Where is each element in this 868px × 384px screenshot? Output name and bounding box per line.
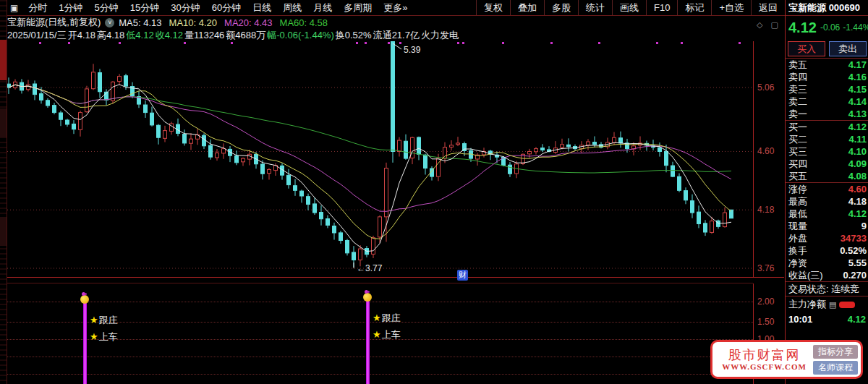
chevron-down-icon[interactable]: ˅ (105, 18, 114, 27)
menu-item-周线[interactable]: 周线 (277, 0, 307, 15)
quote-field: 火力发电 (421, 30, 459, 40)
menu-item-5分钟[interactable]: 5分钟 (89, 0, 124, 15)
menu-item-复权[interactable]: 复权 (476, 0, 510, 15)
menu-item-统计[interactable]: 统计 (578, 0, 612, 15)
quote-field: 额4688万 (226, 30, 265, 40)
indicator-badge[interactable]: 财 (457, 270, 468, 281)
book-level-label: 买三 (788, 145, 807, 158)
watermark-badges: 指标分享名师课程 (813, 345, 858, 375)
trading-app-window: ▣ 分时1分钟5分钟15分钟30分钟60分钟日线周线月线多周期更多» 复权叠加多… (0, 0, 868, 384)
stat-value: 0.52% (840, 244, 867, 257)
ma-value: MA60: 4.58 (280, 17, 328, 28)
quote-stat-row: 最高4.18 (786, 195, 868, 208)
stat-value: 5.55 (848, 257, 867, 269)
menu-item-30分钟[interactable]: 30分钟 (165, 0, 205, 15)
trade-status: 交易状态: 连续竞 (786, 282, 868, 296)
menu-item-60分钟[interactable]: 60分钟 (206, 0, 247, 15)
order-book-row[interactable]: 卖二4.14 (786, 95, 868, 108)
subchart-gridline (7, 302, 753, 302)
pane-control-icons[interactable]: ◇ ▢ (757, 20, 781, 30)
main-capital-row[interactable]: 主力净额 ▤ (786, 296, 868, 312)
stat-label: 换手 (788, 244, 807, 257)
stat-label: 最低 (788, 208, 807, 220)
menu-item-月线[interactable]: 月线 (307, 0, 338, 15)
tools-menu: 复权叠加多股统计画线F10标记+自选返回 (476, 0, 785, 15)
symbol-info-row: 宝新能源(日线,前复权) ˅ MA5: 4.13MA10: 4.20MA20: … (7, 17, 785, 28)
order-book-row[interactable]: 卖三4.15 (786, 83, 868, 95)
left-vertical-tab-strip[interactable] (0, 0, 7, 384)
signal-indicator-pane[interactable]: ★跟庄★上车★跟庄★上车 (7, 283, 754, 384)
ma-value: MA5: 4.13 (119, 17, 161, 28)
left-strip-tab[interactable] (0, 108, 7, 137)
menu-item-日线[interactable]: 日线 (247, 0, 277, 15)
book-level-price: 4.11 (848, 133, 867, 145)
book-level-price: 4.09 (848, 158, 867, 170)
book-level-price: 4.10 (848, 145, 867, 158)
quote-stat-row: 外盘34733 (786, 232, 868, 244)
menu-item-更多»[interactable]: 更多» (378, 0, 413, 15)
price-axis-label: 4.18 (757, 205, 783, 215)
menu-item-多周期[interactable]: 多周期 (338, 0, 378, 15)
stat-label: 外盘 (788, 232, 807, 244)
book-level-price: 4.12 (848, 121, 867, 133)
quote-field: 收4.12 (156, 30, 183, 40)
list-icon: ▤ (829, 296, 836, 312)
stat-value: 4.18 (848, 195, 867, 208)
stock-name-code[interactable]: 宝新能源 000690 (786, 0, 868, 15)
menu-item-1分钟[interactable]: 1分钟 (53, 0, 88, 15)
book-level-price: 4.08 (848, 170, 867, 182)
svg-text:5.39: 5.39 (404, 45, 421, 55)
order-book-row[interactable]: 卖一4.13 (786, 108, 868, 120)
quote-stat-row: 涨停4.60 (786, 183, 868, 195)
order-book-row[interactable]: 买二4.11 (786, 133, 868, 145)
order-book-row[interactable]: 买一4.12 (786, 121, 868, 133)
buy-button[interactable]: 买入 (788, 41, 825, 56)
menu-item-15分钟[interactable]: 15分钟 (124, 0, 165, 15)
menu-item-分时[interactable]: 分时 (22, 0, 53, 15)
ma-value: MA10: 4.20 (169, 17, 218, 28)
quote-field: 量113246 (184, 30, 224, 40)
quote-field: 低4.12 (126, 30, 153, 40)
left-strip-tab[interactable] (0, 217, 7, 246)
chart-divider-line (7, 277, 784, 278)
window-icon[interactable]: ▣ (7, 3, 22, 13)
signal-label: ★跟庄 (90, 314, 118, 327)
sell-button[interactable]: 卖出 (829, 41, 867, 56)
left-strip-active-tab[interactable] (0, 40, 7, 80)
menu-item-多股[interactable]: 多股 (544, 0, 578, 15)
menu-item-F10[interactable]: F10 (646, 0, 677, 15)
quote-stats: 涨停4.60最高4.18最低4.12现量9外盘34733换手0.52%净资5.5… (786, 183, 868, 281)
signal-bar (366, 300, 370, 384)
last-price-row: 4.12 -0.06 -1.44% (786, 16, 868, 39)
subchart-axis-label: 1.50 (757, 317, 783, 327)
menu-item-标记[interactable]: 标记 (677, 0, 711, 15)
order-book-row[interactable]: 卖五4.17 (786, 59, 868, 71)
order-book-row[interactable]: 买四4.09 (786, 158, 868, 170)
quote-stat-row: 收益(三)0.270 (786, 269, 868, 281)
order-book-row[interactable]: 买三4.10 (786, 145, 868, 158)
stock-name: 宝新能源 (788, 2, 826, 13)
book-level-label: 卖三 (788, 83, 807, 95)
quote-field: 2025/01/15/三 (7, 30, 67, 40)
quote-stat-row: 最低4.12 (786, 208, 868, 220)
book-level-label: 买四 (788, 158, 807, 170)
book-level-label: 买五 (788, 170, 807, 182)
candlestick-chart[interactable]: 5.39←3.77 (7, 41, 754, 277)
menu-item-画线[interactable]: 画线 (612, 0, 646, 15)
main-capital-red-bar (839, 302, 855, 308)
order-book-row[interactable]: 买五4.08 (786, 170, 868, 182)
menu-item-返回[interactable]: 返回 (751, 0, 785, 15)
price-change: -0.06 (820, 22, 840, 33)
watermark-url: WWW.GSCFW.COM (715, 362, 813, 371)
stat-label: 收益(三) (788, 269, 823, 281)
order-book-row[interactable]: 卖四4.16 (786, 71, 868, 83)
signal-ball-icon (363, 293, 372, 302)
stock-code: 000690 (829, 2, 860, 13)
stat-value: 4.12 (848, 208, 867, 220)
menu-item-+自选[interactable]: +自选 (711, 0, 751, 15)
tick-row[interactable]: 10:01 4.12 (786, 312, 868, 326)
signal-label: ★上车 (90, 330, 118, 344)
stat-label: 现量 (788, 220, 807, 232)
book-level-price: 4.17 (848, 59, 867, 71)
menu-item-叠加[interactable]: 叠加 (510, 0, 544, 15)
